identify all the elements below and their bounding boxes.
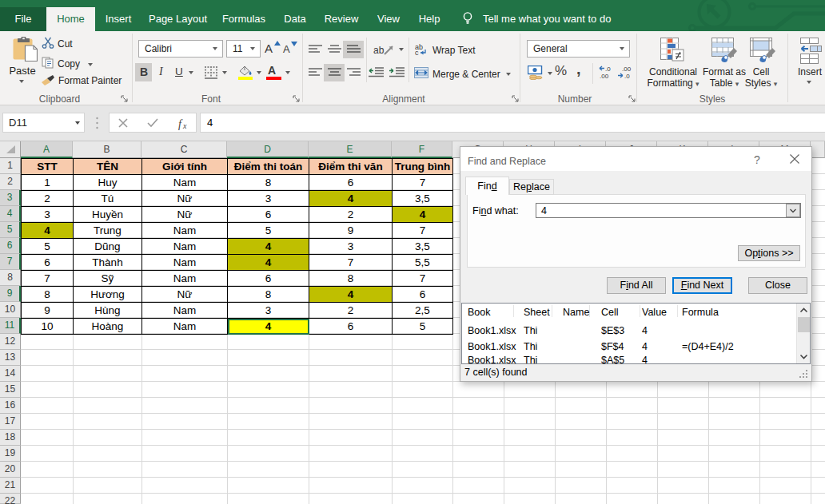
svg-text:.00: .00	[622, 65, 632, 73]
svg-text:x: x	[182, 121, 187, 130]
svg-text:.0: .0	[605, 65, 611, 73]
svg-text:.0: .0	[624, 73, 630, 79]
svg-text:.00: .00	[600, 73, 609, 79]
svg-text:ab: ab	[373, 45, 385, 56]
svg-text:c: c	[415, 49, 419, 55]
